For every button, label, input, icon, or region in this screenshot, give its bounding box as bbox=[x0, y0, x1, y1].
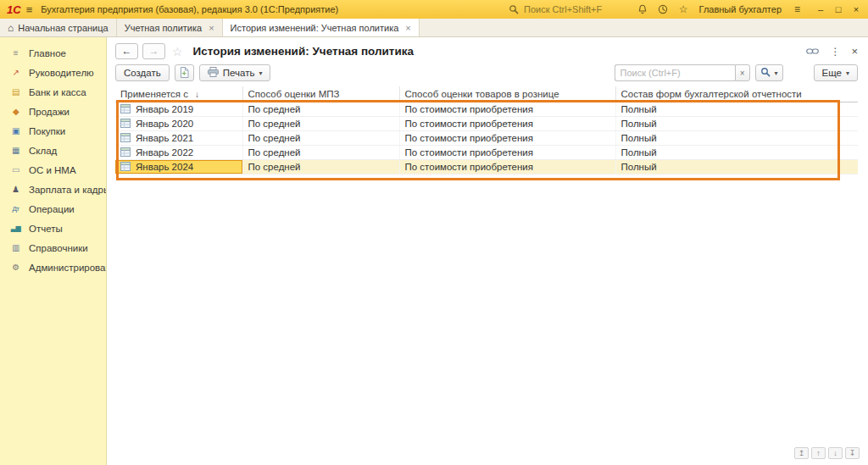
global-search[interactable]: Поиск Ctrl+Shift+F bbox=[507, 0, 602, 19]
sidebar-item-icon: ▤ bbox=[9, 87, 22, 97]
copy-button[interactable] bbox=[175, 64, 194, 81]
cell-report-forms: Полный bbox=[621, 104, 657, 114]
link-icon[interactable] bbox=[806, 47, 819, 55]
sidebar-item-icon: ♟ bbox=[9, 185, 22, 194]
tab-label: Учетная политика bbox=[125, 23, 202, 33]
cell-report-forms: Полный bbox=[621, 147, 657, 158]
sidebar-item-main[interactable]: ≡ Главное bbox=[0, 43, 106, 63]
caret-down-icon: ▾ bbox=[846, 69, 849, 77]
history-icon[interactable] bbox=[657, 4, 670, 14]
scroll-to-bottom-button[interactable]: ↧ bbox=[845, 447, 860, 459]
tab-label: Начальная страница bbox=[18, 23, 108, 33]
sidebar-item-icon: ≡ bbox=[9, 48, 22, 58]
minimize-button[interactable]: – bbox=[815, 4, 826, 14]
sidebar-item-purchases[interactable]: ▣ Покупки bbox=[0, 121, 106, 141]
copy-document-icon bbox=[180, 67, 189, 80]
window-controls: – □ × bbox=[815, 4, 861, 14]
sidebar-item-label: Отчеты bbox=[29, 224, 63, 234]
sidebar-item-administration[interactable]: ⚙ Администрирование bbox=[0, 257, 106, 277]
sidebar-item-os-nma[interactable]: ▭ ОС и НМА bbox=[0, 160, 106, 180]
app-window: 1С ≡ Бухгалтерия предприятия (базовая), … bbox=[0, 0, 868, 465]
record-icon bbox=[120, 147, 131, 157]
sidebar-item-icon: ▦ bbox=[9, 146, 22, 155]
cell-period: Январь 2019 bbox=[136, 104, 193, 114]
sidebar-item-warehouse[interactable]: ▦ Склад bbox=[0, 141, 106, 160]
sort-descending-icon: ↓ bbox=[195, 90, 199, 99]
table-row[interactable]: Январь 2020 По средней По стоимости прио… bbox=[115, 116, 858, 130]
notifications-bell-icon[interactable] bbox=[637, 4, 649, 14]
form-header: ← → ☆ История изменений: Учетная политик… bbox=[107, 37, 868, 64]
cell-mpz-method: По средней bbox=[248, 147, 301, 158]
clear-search-button[interactable]: × bbox=[735, 64, 750, 81]
sidebar-item-label: Склад bbox=[29, 146, 57, 156]
tab-close-icon[interactable]: × bbox=[209, 23, 214, 33]
cell-mpz-method: По средней bbox=[248, 119, 301, 129]
cell-period: Январь 2021 bbox=[136, 133, 193, 143]
favorites-star-icon[interactable]: ☆ bbox=[677, 3, 690, 15]
sidebar-item-sales[interactable]: ◆ Продажи bbox=[0, 102, 106, 121]
tab-label: История изменений: Учетная политика bbox=[231, 23, 399, 33]
maximize-button[interactable]: □ bbox=[833, 4, 843, 14]
cell-retail-method: По стоимости приобретения bbox=[405, 147, 533, 158]
print-button[interactable]: Печать ▾ bbox=[199, 64, 271, 81]
search-icon bbox=[760, 67, 771, 79]
close-window-button[interactable]: × bbox=[851, 4, 861, 14]
form-header-actions: ⋮ × bbox=[806, 45, 858, 58]
tab-history[interactable]: История изменений: Учетная политика × bbox=[223, 19, 420, 36]
tab-accounting-policy[interactable]: Учетная политика × bbox=[117, 19, 223, 36]
search-button[interactable]: ▾ bbox=[755, 64, 783, 81]
sidebar: ≡ Главное ↗ Руководителю ▤ Банк и касса … bbox=[0, 37, 107, 465]
global-search-placeholder: Поиск Ctrl+Shift+F bbox=[524, 4, 602, 14]
back-button[interactable]: ← bbox=[115, 43, 138, 59]
sidebar-item-icon: ▃▆ bbox=[9, 224, 22, 232]
tab-close-icon[interactable]: × bbox=[405, 23, 410, 33]
column-header-3[interactable]: Состав форм бухгалтерской отчетности bbox=[615, 86, 858, 102]
main-panel: ← → ☆ История изменений: Учетная политик… bbox=[107, 37, 868, 465]
cell-period: Январь 2022 bbox=[136, 147, 193, 158]
cell-mpz-method: По средней bbox=[248, 133, 301, 143]
printer-icon bbox=[208, 67, 219, 79]
sidebar-item-label: Руководителю bbox=[29, 68, 94, 78]
list-nav: ↥↑↓↧ bbox=[794, 447, 860, 459]
cell-mpz-method: По средней bbox=[248, 104, 301, 114]
more-button[interactable]: Еще ▾ bbox=[814, 64, 858, 81]
scroll-down-button[interactable]: ↓ bbox=[828, 447, 843, 459]
create-button[interactable]: Создать bbox=[115, 64, 170, 81]
sidebar-item-label: ОС и НМА bbox=[29, 165, 76, 175]
scroll-to-top-button[interactable]: ↥ bbox=[794, 447, 809, 459]
column-header-0[interactable]: Применяется с↓ bbox=[115, 86, 242, 102]
app-title: Бухгалтерия предприятия (базовая), редак… bbox=[41, 4, 338, 14]
record-icon bbox=[120, 104, 131, 113]
column-header-1[interactable]: Способ оценки МПЗ bbox=[242, 86, 399, 102]
table-row[interactable]: Январь 2021 По средней По стоимости прио… bbox=[115, 130, 858, 145]
favorite-star-icon[interactable]: ☆ bbox=[172, 45, 183, 58]
sidebar-item-salary-hr[interactable]: ♟ Зарплата и кадры bbox=[0, 180, 106, 199]
history-list: Применяется с↓Способ оценки МПЗСпособ оц… bbox=[115, 86, 858, 465]
cell-mpz-method: По средней bbox=[248, 162, 301, 172]
sidebar-item-label: Операции bbox=[29, 204, 75, 214]
sidebar-item-manager[interactable]: ↗ Руководителю bbox=[0, 63, 106, 82]
user-role-label: Главный бухгалтер bbox=[699, 4, 782, 14]
kebab-menu-icon[interactable]: ⋮ bbox=[830, 46, 840, 58]
sidebar-item-icon: ▥ bbox=[9, 243, 22, 252]
list-search: × bbox=[615, 64, 750, 81]
scroll-up-button[interactable]: ↑ bbox=[811, 447, 826, 459]
sidebar-item-reports[interactable]: ▃▆ Отчеты bbox=[0, 219, 106, 238]
service-menu-icon[interactable]: ≡ bbox=[791, 3, 804, 15]
sidebar-item-label: Справочники bbox=[29, 243, 88, 253]
sidebar-item-operations[interactable]: Дт Операции bbox=[0, 199, 106, 219]
hamburger-menu-icon[interactable]: ≡ bbox=[26, 3, 33, 16]
tab-home[interactable]: ⌂ Начальная страница bbox=[0, 19, 117, 36]
cell-retail-method: По стоимости приобретения bbox=[405, 133, 533, 143]
forward-button[interactable]: → bbox=[142, 43, 165, 59]
sidebar-item-bank-cash[interactable]: ▤ Банк и касса bbox=[0, 82, 106, 102]
record-icon bbox=[120, 119, 131, 128]
table-row[interactable]: Январь 2022 По средней По стоимости прио… bbox=[115, 145, 858, 159]
close-form-icon[interactable]: × bbox=[851, 45, 858, 58]
sidebar-item-directories[interactable]: ▥ Справочники bbox=[0, 238, 106, 257]
table-row[interactable]: Январь 2024 По средней По стоимости прио… bbox=[115, 159, 858, 174]
record-icon bbox=[120, 162, 131, 171]
list-search-input[interactable] bbox=[615, 64, 735, 81]
column-header-2[interactable]: Способ оценки товаров в рознице bbox=[399, 86, 615, 102]
table-row[interactable]: Январь 2019 По средней По стоимости прио… bbox=[115, 102, 858, 116]
